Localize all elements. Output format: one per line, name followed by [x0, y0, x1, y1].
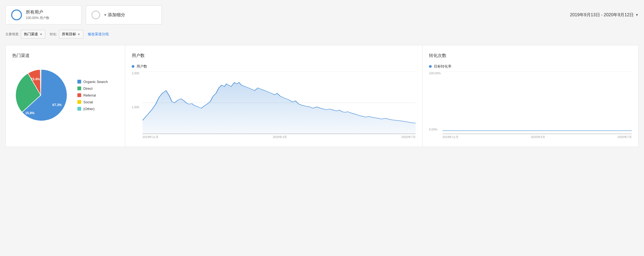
dimension-value: 热门渠道: [24, 32, 38, 37]
legend-label-referral: Referral: [83, 93, 96, 97]
segment-left: 所有用户 100.00% 用户数 + 添加细分: [5, 5, 570, 24]
pie-panel: 热门渠道: [6, 45, 125, 147]
pie-legend: Organic Search Direct Referral Social: [77, 80, 108, 111]
legend-label-social: Social: [83, 100, 93, 104]
conversion-x-label-1: 2019年11月: [443, 135, 459, 139]
conversion-chart-header: 目标转化率: [429, 64, 632, 69]
legend-item-other: (Other): [77, 107, 108, 111]
conversion-label: 转化:: [50, 32, 57, 37]
dimension-caret: ▼: [40, 33, 42, 36]
users-area-path: [143, 82, 416, 134]
main-card: 热门渠道: [5, 45, 639, 147]
segment-label-1: 所有用户: [26, 9, 49, 15]
dimension-label: 主要维度:: [5, 32, 19, 37]
legend-item-social: Social: [77, 100, 108, 104]
date-range-text: 2019年9月13日 - 2020年9月12日: [570, 12, 634, 18]
conversion-x-label-3: 2020年7月: [617, 135, 632, 139]
legend-label-direct: Direct: [83, 87, 93, 91]
users-x-label-2: 2020年3月: [273, 135, 287, 139]
pie-label-referral: 15.4%: [31, 77, 40, 81]
segment-icon-add: [91, 11, 100, 19]
users-x-labels: 2019年11月 2020年3月 2020年7月: [132, 135, 416, 139]
controls-row: 主要维度: 热门渠道 ▼ 转化: 所有目标 ▼ 修改渠道分组: [5, 30, 639, 39]
segment-sub-1: 100.00% 用户数: [26, 16, 49, 20]
pie-panel-title: 热门渠道: [12, 53, 118, 59]
users-chart-svg: [143, 72, 416, 134]
segment-card-add[interactable]: + 添加细分: [86, 5, 162, 24]
segment-card-1[interactable]: 所有用户 100.00% 用户数: [5, 5, 81, 24]
conversion-chart-container: 100.00% 0.00% 2019年11月 2020年3月 2020年7月: [429, 72, 632, 139]
date-range-arrow: ▼: [635, 13, 639, 17]
pie-content: 67.3% 15.8% 15.4% Organic Search Direct: [12, 67, 118, 124]
channel-group-link[interactable]: 修改渠道分组: [88, 32, 109, 37]
conversion-group: 转化: 所有目标 ▼: [50, 30, 83, 39]
segment-row: 所有用户 100.00% 用户数 + 添加细分 2019年9月13日 - 202…: [5, 5, 639, 24]
conversion-value: 所有目标: [62, 32, 76, 37]
users-panel: 用户数 用户数 2,000 1,000: [125, 45, 422, 147]
date-range[interactable]: 2019年9月13日 - 2020年9月12日 ▼: [570, 12, 639, 18]
legend-item-organic: Organic Search: [77, 80, 108, 84]
legend-label-other: (Other): [83, 107, 94, 111]
dimension-group: 主要维度: 热门渠道 ▼: [5, 30, 45, 39]
conversion-panel: 转化次数 目标转化率 100.00% 0.00% 2019年11月 2020年3…: [422, 45, 638, 147]
legend-dot-other: [77, 107, 81, 111]
segment-icon-1: [11, 9, 22, 20]
conversion-metric-label: 目标转化率: [434, 64, 452, 69]
conversion-caret: ▼: [78, 33, 80, 36]
segment-info-1: 所有用户 100.00% 用户数: [26, 9, 49, 20]
segment-add-label: + 添加细分: [104, 12, 125, 18]
conversion-panel-title: 转化次数: [429, 53, 632, 59]
legend-dot-direct: [77, 87, 81, 90]
users-x-label-3: 2020年7月: [401, 135, 416, 139]
pie-label-direct: 15.8%: [25, 111, 34, 115]
pie-label-organic: 67.3%: [52, 103, 62, 107]
legend-dot-referral: [77, 93, 81, 97]
legend-item-referral: Referral: [77, 93, 108, 97]
conversion-y-min: 0.00%: [429, 128, 437, 131]
users-x-label-1: 2019年11月: [143, 135, 159, 139]
users-panel-title: 用户数: [132, 53, 416, 59]
conversion-chart-svg: [443, 72, 632, 134]
pie-chart-svg: 67.3% 15.8% 15.4%: [12, 67, 69, 124]
legend-item-direct: Direct: [77, 87, 108, 91]
users-chart-container: 2,000 1,000: [132, 72, 416, 139]
conversion-x-labels: 2019年11月 2020年3月 2020年7月: [429, 135, 632, 139]
conversion-metric-dot: [429, 65, 432, 68]
users-metric-label: 用户数: [137, 64, 147, 69]
users-y-mid: 1,000: [132, 105, 139, 109]
dimension-dropdown[interactable]: 热门渠道 ▼: [21, 30, 45, 39]
legend-dot-social: [77, 100, 81, 104]
conversion-x-label-2: 2020年3月: [531, 135, 545, 139]
legend-dot-organic: [77, 80, 81, 84]
conversion-y-max: 100.00%: [429, 72, 441, 75]
users-chart-header: 用户数: [132, 64, 416, 69]
legend-label-organic: Organic Search: [83, 80, 108, 84]
users-y-max: 2,000: [132, 72, 139, 75]
conversion-dropdown[interactable]: 所有目标 ▼: [59, 30, 83, 39]
users-metric-dot: [132, 65, 134, 68]
